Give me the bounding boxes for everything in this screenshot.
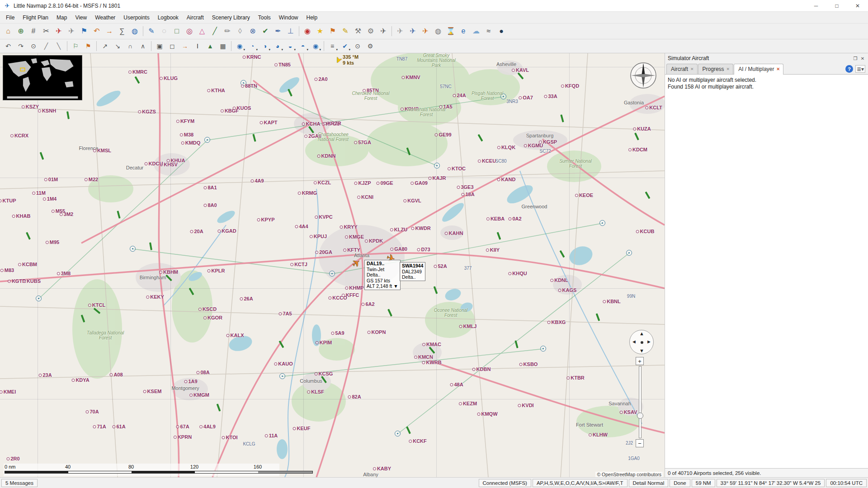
menu-scenery-library[interactable]: Scenery Library [208,13,254,22]
altitude-leg-button[interactable]: ∧ [137,40,149,52]
messages-cell[interactable]: 5 Messages [1,479,38,487]
logbook-tool-button[interactable]: ✒ [272,25,284,38]
panel-float-button[interactable]: ❐ [852,55,859,62]
leg-down-button[interactable]: ↘ [111,40,124,52]
map-theme-1-button[interactable]: ◔▾ [246,40,259,52]
menu-weather[interactable]: Weather [91,13,119,22]
zoom-slider-track[interactable] [639,366,642,438]
map-theme-5-button[interactable]: ◓▾ [297,40,309,52]
panel-menu-button[interactable]: ≣▾ [855,65,865,73]
aircraft-toggle-button[interactable]: ✈ [65,25,78,38]
tools-hammer-button[interactable]: ⚒ [352,25,364,38]
tools-gear-button[interactable]: ⚙ [364,25,377,38]
ai-traffic-button[interactable]: ✈ [394,25,406,38]
calculator-button[interactable]: ∑ [116,25,128,38]
approach-arc-button[interactable]: ∩ [124,40,137,52]
menu-file[interactable]: File [2,13,19,22]
zoom-slider-handle[interactable] [637,413,643,419]
menu-window[interactable]: Window [275,13,302,22]
pan-up-icon[interactable]: ▲ [639,331,644,336]
measure-triangle-button[interactable]: △ [196,25,208,38]
eraser-button[interactable]: ◊ [234,25,246,38]
check-airspaces-button[interactable]: ✔ [259,25,272,38]
map-settings-button[interactable]: ⚙ [364,40,377,52]
range-rings-button[interactable]: ◎ [183,25,196,38]
grid-toggle-button[interactable]: ▦ [217,40,229,52]
add-marker-button[interactable]: ⚑ [82,40,94,52]
route-flag-button[interactable]: ⚑ [326,25,339,38]
menu-help[interactable]: Help [302,13,322,22]
help-button[interactable]: ? [845,65,853,73]
tab-ai-multiplayer[interactable]: AI / Multiplayer✕ [734,64,783,75]
traffic-pattern-button[interactable]: ⊥ [284,25,297,38]
tab-progress[interactable]: Progress✕ [698,64,734,74]
map-theme-4-button[interactable]: ◒▾ [284,40,297,52]
pan-down-icon[interactable]: ▼ [639,348,644,353]
close-button[interactable]: ✕ [847,0,868,11]
bookmark-button[interactable]: ★ [314,25,326,38]
route-arrow-button[interactable]: → [179,40,191,52]
green-line-button[interactable]: ╱ [208,25,221,38]
route-calc-button[interactable]: # [27,25,40,38]
zoom-rect-button[interactable]: ◻ [166,40,179,52]
leg-up-button[interactable]: ↗ [99,40,111,52]
panel-close-button[interactable]: ✕ [859,55,866,62]
pencil-button[interactable]: ✏ [221,25,234,38]
zoom-tool-button[interactable]: ⊙ [27,40,40,52]
minimize-button[interactable]: ─ [806,0,826,11]
e6b-calc-button[interactable]: e [457,25,470,38]
measure-2-button[interactable]: ╲ [52,40,65,52]
cut-button[interactable]: ✂ [40,25,52,38]
weather-cloud-button[interactable]: ☁ [470,25,482,38]
menu-map[interactable]: Map [52,13,71,22]
tab-aircraft[interactable]: Aircraft✕ [666,64,698,74]
pan-right-icon[interactable]: ► [646,339,651,344]
tab-close-icon[interactable]: ✕ [777,67,780,71]
tab-close-icon[interactable]: ✕ [690,67,694,71]
measure-1-button[interactable]: ╱ [40,40,52,52]
menu-logbook[interactable]: Logbook [154,13,183,22]
layers-button[interactable]: ≡▾ [326,40,339,52]
redo-button[interactable]: ↷ [14,40,27,52]
world-map-button[interactable]: ◍ [128,25,141,38]
wire-globe-button[interactable]: ◍ [432,25,444,38]
highlight-pen-button[interactable]: ✎ [339,25,352,38]
map-theme-compass-button[interactable]: ◉▾ [233,40,246,52]
sun-shading-button[interactable]: ✔▾ [339,40,351,52]
pan-left-icon[interactable]: ◄ [632,339,637,344]
select-region-button[interactable]: □ [170,25,183,38]
label-tool-button[interactable]: I [191,40,204,52]
fit-selection-button[interactable]: ▣ [153,40,166,52]
undo-button[interactable]: ↶ [2,40,14,52]
zoom-in-button[interactable]: + [636,357,644,365]
direct-to-button[interactable]: → [103,25,116,38]
tab-close-icon[interactable]: ✕ [726,67,730,71]
night-globe-button[interactable]: ● [495,25,508,38]
altitude-chart-button[interactable]: ≈ [482,25,495,38]
map-theme-compass2-button[interactable]: ◉▾ [309,40,322,52]
flag-toggle-button[interactable]: ⚑ [78,25,90,38]
map-theme-3-button[interactable]: ◕▾ [271,40,284,52]
clock-button[interactable]: ⌛ [444,25,457,38]
airport-weather-button[interactable]: ✈ [406,25,419,38]
compass-globe-button[interactable]: ⊗ [246,25,259,38]
zoom-out-button[interactable]: − [636,439,644,447]
map-airplane-button[interactable]: ✈ [377,25,390,38]
zoom-detail-button[interactable]: ⊙ [351,40,364,52]
measure-ruler-button[interactable]: ✎ [145,25,158,38]
map-pan-control[interactable]: ▲ ▼ ◄ ► [629,330,654,354]
msa-marks-button[interactable]: ◉ [301,25,314,38]
map-theme-2-button[interactable]: ◑▾ [259,40,271,52]
menu-view[interactable]: View [71,13,91,22]
delete-leg-button[interactable]: ✈ [52,25,65,38]
menu-aircraft[interactable]: Aircraft [183,13,208,22]
coil-button[interactable]: ◌ [158,25,170,38]
user-aircraft-button[interactable]: ✈ [419,25,432,38]
reverse-route-button[interactable]: ↶ [90,25,103,38]
center-route-button[interactable]: ⊕ [14,25,27,38]
map-canvas[interactable]: KMRCKLUGKRNCTN852A0TN87KMNV85TNKTHA88TNK… [0,53,665,477]
pan-center-dot[interactable] [641,341,643,344]
add-userpoint-button[interactable]: ⚐ [69,40,82,52]
menu-tools[interactable]: Tools [254,13,275,22]
terrain-toggle-button[interactable]: ▲ [204,40,217,52]
